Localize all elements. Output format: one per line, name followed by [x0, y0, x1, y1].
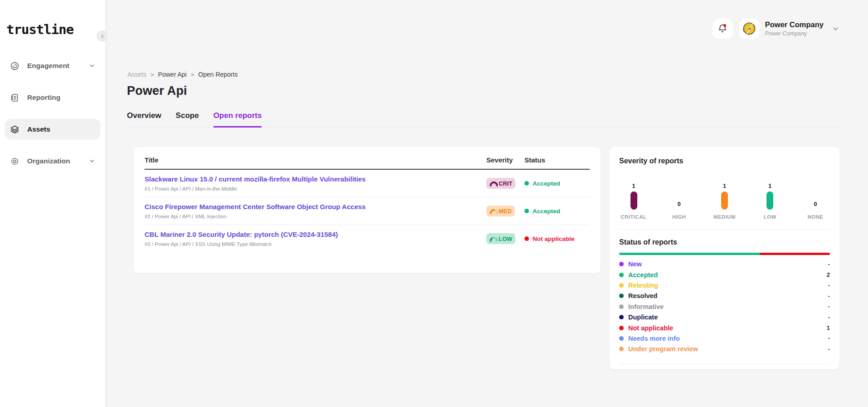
- main-content: Power Company Power Company Assets > Pow…: [105, 0, 868, 407]
- bar-value: 1: [723, 183, 726, 189]
- status-label: Under program review: [628, 345, 828, 353]
- table-header: Title Severity Status: [145, 156, 590, 170]
- topbar: Power Company Power Company: [127, 18, 839, 39]
- status-dot: [619, 283, 624, 288]
- status-list-item: Duplicate-: [619, 312, 830, 322]
- status-list-item: Informative-: [619, 301, 830, 312]
- status-value: -: [828, 261, 830, 268]
- report-title-link[interactable]: Slackware Linux 15.0 / current mozilla-f…: [145, 175, 486, 183]
- account-menu[interactable]: Power Company Power Company: [739, 19, 839, 39]
- sidebar-item-engagement[interactable]: Engagement: [5, 55, 101, 76]
- sidebar-nav: Engagement Reporting Assets Organization: [0, 55, 105, 172]
- status-value: -: [828, 282, 830, 289]
- severity-gauge-icon: [490, 209, 498, 214]
- status-label: New: [628, 260, 828, 268]
- status-dot: [619, 326, 624, 330]
- status-value: -: [828, 314, 830, 321]
- content-row: Title Severity Status Slackware Linux 15…: [134, 147, 839, 369]
- report-subtitle: #3 / Power Api / API / XSS Using MIME Ty…: [145, 241, 486, 247]
- chart-column: 0 HIGH: [665, 201, 693, 220]
- status-dot: [619, 315, 624, 319]
- status-value: 1: [826, 324, 830, 331]
- status-value: -: [828, 293, 830, 299]
- severity-gauge-icon: [490, 181, 498, 186]
- severity-label: LOW: [499, 235, 512, 242]
- sidebar-item-assets[interactable]: Assets: [5, 119, 101, 140]
- status-label: Needs more info: [628, 335, 828, 342]
- status-dot: [619, 304, 624, 309]
- chart-column: 0 NONE: [802, 201, 829, 220]
- bar-label: LOW: [764, 214, 776, 220]
- page-title: Power Api: [127, 84, 839, 98]
- status-list-item: Retesting-: [619, 280, 830, 290]
- status-dot: [619, 273, 624, 277]
- chart-column: 1 MEDIUM: [711, 183, 738, 220]
- column-header-title: Title: [145, 156, 486, 164]
- severity-label: CRIT: [499, 180, 512, 187]
- chevron-down-icon: [89, 158, 95, 164]
- report-status-dot: [524, 236, 529, 241]
- column-header-status: Status: [524, 156, 590, 164]
- breadcrumb-item-assets[interactable]: Assets: [127, 71, 146, 78]
- bar-value: 1: [632, 183, 635, 189]
- account-avatar: [739, 19, 760, 39]
- status-dot: [619, 347, 624, 351]
- column-header-severity: Severity: [486, 156, 524, 164]
- tab-bar: Overview Scope Open reports: [127, 111, 839, 127]
- breadcrumb-item-power-api[interactable]: Power Api: [158, 71, 187, 78]
- breadcrumb-separator: >: [150, 71, 154, 78]
- severity-badge: LOW: [486, 233, 515, 244]
- status-dot: [619, 336, 624, 341]
- report-subtitle: #1 / Power Api / API / Man-in-the-Middle: [145, 186, 486, 191]
- sidebar-item-organization[interactable]: Organization: [5, 151, 101, 172]
- sidebar-collapse-button[interactable]: [97, 30, 108, 42]
- status-dot: [619, 294, 624, 298]
- status-list-item: Resolved-: [619, 291, 830, 301]
- gauge-value-arc: [490, 182, 497, 185]
- chevron-down-icon: [832, 25, 839, 33]
- severity-panel-title: Severity of reports: [619, 157, 830, 165]
- notification-unread-dot: [723, 24, 726, 27]
- account-name: Power Company: [765, 20, 824, 29]
- status-label: Not applicable: [628, 324, 826, 332]
- status-value: -: [828, 335, 830, 342]
- status-value: -: [828, 303, 830, 310]
- lightning-avatar-icon: [741, 20, 757, 37]
- breadcrumb-separator: >: [191, 71, 194, 78]
- notifications-button[interactable]: [713, 19, 733, 39]
- severity-gauge-icon: [490, 236, 498, 242]
- account-text: Power Company Power Company: [765, 20, 824, 37]
- chevron-down-icon: [89, 63, 95, 69]
- tab-open-reports[interactable]: Open reports: [213, 111, 262, 127]
- table-row[interactable]: Slackware Linux 15.0 / current mozilla-f…: [145, 170, 590, 197]
- engagement-icon: [10, 61, 19, 71]
- breadcrumb-item-open-reports[interactable]: Open Reports: [198, 71, 238, 78]
- tab-overview[interactable]: Overview: [127, 111, 161, 127]
- bar-label: MEDIUM: [713, 214, 736, 220]
- severity-badge: MED: [486, 206, 515, 216]
- sidebar-item-label: Reporting: [27, 93, 95, 102]
- status-list-item: New-: [619, 259, 830, 270]
- status-label: Duplicate: [628, 314, 828, 321]
- sidebar-item-reporting[interactable]: Reporting: [5, 87, 101, 108]
- bar-value: 1: [768, 183, 771, 189]
- sidebar: trustline Engagement Reporting Assets Or…: [0, 0, 105, 407]
- bar: [721, 191, 728, 210]
- table-row[interactable]: CBL Mariner 2.0 Security Update: pytorch…: [145, 225, 590, 252]
- status-list-item: Needs more info-: [619, 333, 830, 343]
- divider: [619, 364, 830, 364]
- bar-label: NONE: [808, 214, 824, 220]
- status-dot: [619, 262, 624, 266]
- table-row[interactable]: Cisco Firepower Management Center Softwa…: [145, 197, 590, 225]
- report-title-link[interactable]: Cisco Firepower Management Center Softwa…: [145, 203, 486, 211]
- status-list: New- Accepted2 Retesting- Resolved- Info…: [619, 259, 830, 355]
- tab-scope[interactable]: Scope: [176, 111, 199, 127]
- reporting-icon: [10, 93, 19, 103]
- status-panel-title: Status of reports: [619, 238, 830, 246]
- report-title-link[interactable]: CBL Mariner 2.0 Security Update: pytorch…: [145, 230, 486, 238]
- status-label: Accepted: [628, 271, 826, 279]
- bar: [766, 191, 773, 210]
- chart-column: 1 CRITICAL: [620, 183, 647, 220]
- bar-value: 0: [678, 201, 681, 207]
- divider: [619, 229, 830, 230]
